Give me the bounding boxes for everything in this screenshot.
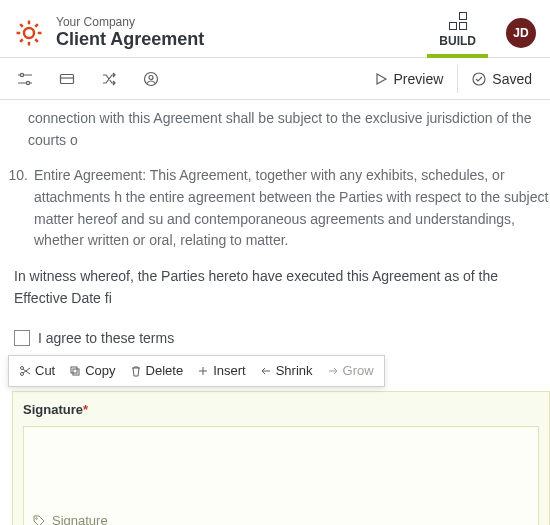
user-circle-icon[interactable] [130, 58, 172, 100]
company-subtitle: Your Company [56, 15, 427, 29]
delete-button[interactable]: Delete [124, 356, 190, 386]
checkbox-label: I agree to these terms [38, 328, 174, 350]
mode-label: BUILD [439, 34, 476, 48]
app-header: Your Company Client Agreement BUILD JD [0, 0, 550, 58]
arrow-left-icon [260, 365, 272, 377]
clause-body: Entire Agreement: This Agreement, togeth… [34, 165, 550, 252]
clause-10: 10. Entire Agreement: This Agreement, to… [28, 165, 550, 252]
tag-icon [32, 514, 46, 525]
scissors-icon [19, 365, 31, 377]
sliders-icon[interactable] [4, 58, 46, 100]
signature-label: Signature* [23, 400, 539, 420]
svg-point-1 [20, 73, 23, 76]
saved-label: Saved [492, 71, 532, 87]
clause-number: 10. [6, 165, 28, 252]
grid-icon [449, 12, 467, 30]
checkbox-icon[interactable] [14, 330, 30, 346]
toolbar: Preview Saved [0, 58, 550, 100]
signature-placeholder: Signature [32, 511, 108, 525]
svg-point-11 [36, 518, 38, 520]
arrow-right-icon [327, 365, 339, 377]
mode-tab-build[interactable]: BUILD [427, 8, 488, 58]
play-icon [374, 72, 388, 86]
title-block: Your Company Client Agreement [56, 15, 427, 51]
svg-rect-10 [73, 369, 79, 375]
clause-9-tail: connection with this Agreement shall be … [28, 108, 550, 151]
shrink-button[interactable]: Shrink [254, 356, 319, 386]
insert-button[interactable]: Insert [191, 356, 252, 386]
witness-line: In witness whereof, the Parties hereto h… [14, 266, 550, 309]
shuffle-icon[interactable] [88, 58, 130, 100]
document-content: connection with this Agreement shall be … [0, 100, 550, 525]
signature-block[interactable]: Signature* Signature [12, 391, 550, 525]
company-logo-icon [14, 18, 44, 48]
svg-rect-3 [61, 74, 74, 83]
svg-point-5 [149, 75, 153, 79]
agree-checkbox-row[interactable]: I agree to these terms [14, 328, 550, 350]
cut-button[interactable]: Cut [13, 356, 61, 386]
avatar[interactable]: JD [506, 18, 536, 48]
context-toolbar: Cut Copy Delete Insert Shrink Grow [8, 355, 385, 387]
copy-button[interactable]: Copy [63, 356, 121, 386]
signature-input[interactable]: Signature [23, 426, 539, 525]
svg-point-0 [24, 28, 34, 38]
svg-point-2 [26, 81, 29, 84]
plus-icon [197, 365, 209, 377]
preview-button[interactable]: Preview [360, 58, 458, 100]
trash-icon [130, 365, 142, 377]
svg-rect-9 [71, 367, 77, 373]
preview-label: Preview [394, 71, 444, 87]
grow-button: Grow [321, 356, 380, 386]
page-title: Client Agreement [56, 29, 427, 51]
svg-point-6 [473, 73, 485, 85]
copy-icon [69, 365, 81, 377]
card-icon[interactable] [46, 58, 88, 100]
check-circle-icon [472, 72, 486, 86]
saved-status: Saved [458, 58, 546, 100]
required-marker: * [83, 402, 88, 417]
